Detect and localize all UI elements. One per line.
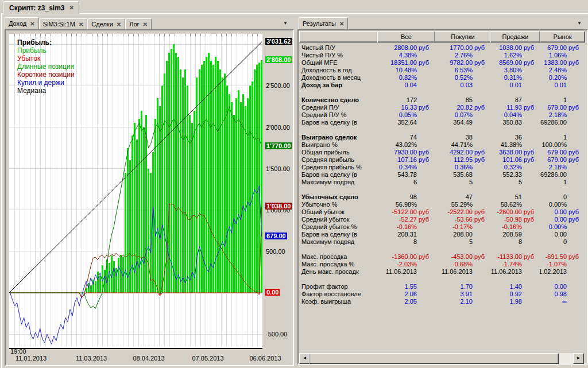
cell-value: 36 — [515, 134, 522, 141]
column-header-label[interactable] — [299, 31, 378, 42]
table-row[interactable]: Доходность в год10.48%6.53%3.80%2.48% — [299, 67, 585, 74]
table-row[interactable]: Макс. просадка-1360.00 руб-453.00 руб-11… — [299, 253, 585, 261]
table-cell: 0.01 — [540, 82, 584, 89]
table-cell: 1 — [540, 179, 584, 186]
cell-value: -2600.00 руб — [497, 208, 522, 216]
table-row[interactable]: Выиграно %43.02%44.71%41.38%100.00% — [299, 141, 585, 149]
table-row[interactable]: Доход за бар0.040.030.010.01 — [299, 82, 585, 89]
table-cell: 69286.00 — [540, 171, 584, 179]
table-row[interactable]: Доходность в месяц0.82%0.52%0.31%0.20% — [299, 74, 585, 82]
table-row[interactable]: Средняя прибыль107.16 руб112.95 руб101.0… — [299, 156, 585, 164]
tab-script-z3-sim3[interactable]: Скрипт: z3_sim3 ✕ — [3, 1, 79, 14]
cell-value: 8569.00 руб — [499, 59, 522, 67]
chart-tabstrip-dropdown-icon[interactable]: ▼ — [281, 20, 289, 28]
table-row[interactable]: Баров на сделку (в208.31208.00208.590.00 — [299, 231, 585, 238]
row-label — [299, 126, 379, 134]
table-cell: 679.00 руб — [540, 44, 584, 52]
table-cell: 0.31% — [490, 74, 539, 82]
profit-chart-plot[interactable]: Прибыль:ПрибыльУбытокДлинные позицииКоро… — [9, 34, 262, 349]
scrollbar-thumb[interactable] — [310, 353, 559, 364]
table-row[interactable]: Общий MFE18351.00 руб9782.00 руб8569.00 … — [299, 59, 585, 67]
row-label: Чистый П/У — [299, 44, 379, 52]
table-row[interactable]: Баров на сделку (в352.64354.49350.836928… — [299, 119, 585, 126]
column-header-Покупки[interactable]: Покупки — [435, 31, 491, 42]
table-row[interactable] — [299, 126, 585, 134]
table-row[interactable] — [299, 89, 585, 96]
row-label: Коэф. выигрыша — [299, 298, 379, 305]
table-row[interactable]: Убыточных сдело9847510 — [299, 193, 585, 201]
table-row[interactable]: Выиграно сделок7438361 — [299, 134, 585, 141]
table-row[interactable]: Средний убыток %-0.16%-0.17%-0.16%0.00% — [299, 223, 585, 231]
close-icon[interactable]: ✕ — [117, 21, 121, 28]
table-row[interactable]: Профит фактор1.551.701.400.00 — [299, 283, 585, 290]
table-row[interactable]: Чистый П/У %4.38%2.76%1.62%1.06% — [299, 52, 585, 59]
table-row[interactable]: Максимум подряд6551 — [299, 179, 585, 186]
table-row[interactable]: Общая прибыль7930.00 руб4292.00 руб3638.… — [299, 149, 585, 156]
chart-tab-1[interactable]: SiM3:Si:1M✕ — [39, 18, 88, 29]
table-row[interactable]: Количество сдело17285871 — [299, 96, 585, 104]
table-row[interactable]: Баров на сделку (в543.78535.68552.336928… — [299, 171, 585, 179]
table-cell: 3.80% — [490, 67, 539, 74]
cell-value: 552.33 — [502, 171, 522, 179]
table-row[interactable]: Средний П/У16.33 руб20.82 руб11.93 руб67… — [299, 104, 585, 111]
cell-value: 1.70 — [461, 283, 473, 290]
table-row[interactable]: Средний П/У %0.05%0.07%0.04%2.18% — [299, 111, 585, 119]
table-row[interactable]: Убыточно %56.98%55.29%58.62%0.00% — [299, 201, 585, 208]
scroll-left-button[interactable]: ◄ — [299, 353, 310, 364]
cell-value: 0.34% — [399, 164, 417, 171]
table-row[interactable]: День макс. просадк11.06.201311.06.201311… — [299, 268, 585, 276]
column-header-Рынок[interactable]: Рынок — [540, 31, 585, 42]
results-header: ВсеПокупкиПродажиРынок — [299, 31, 585, 42]
close-icon[interactable]: ✕ — [339, 21, 344, 27]
results-panel: ВсеПокупкиПродажиРынок Чистый П/У2808.00… — [297, 29, 588, 365]
cell-value: 5 — [519, 179, 522, 186]
close-icon[interactable]: ✕ — [79, 21, 83, 28]
cell-unit: руб — [473, 44, 485, 52]
cell-value: 98 — [410, 193, 417, 201]
table-row[interactable] — [299, 276, 585, 283]
table-cell: 350.83 — [490, 119, 539, 126]
results-tab-0[interactable]: Результаты✕ — [299, 17, 348, 29]
cell-value: 0.04% — [504, 111, 522, 119]
chart-tab-3[interactable]: Лог✕ — [125, 18, 152, 29]
table-row[interactable]: Средний убыток-52.27 руб-53.66 руб-50.98… — [299, 216, 585, 223]
table-cell: 0.03 — [435, 82, 490, 89]
row-label: Средняя прибыль — [299, 156, 379, 164]
table-cell: 1770.00 руб — [435, 44, 490, 52]
cell-unit: руб — [567, 104, 579, 111]
table-cell: 43.02% — [377, 141, 434, 149]
table-row[interactable]: Средняя прибыль %0.34%0.36%0.32%2.18% — [299, 164, 585, 171]
table-row[interactable]: Максимум подряд8580 — [299, 238, 585, 246]
chart-tab-2[interactable]: Сделки✕ — [87, 18, 125, 29]
chart-tab-0[interactable]: Доход✕ — [5, 17, 39, 29]
table-cell: -1.07% — [540, 261, 584, 268]
table-cell: 36 — [490, 134, 539, 141]
scroll-right-button[interactable]: ► — [573, 353, 584, 364]
table-row[interactable] — [299, 186, 585, 193]
column-header-Все[interactable]: Все — [377, 31, 435, 42]
cell-value: 6.53% — [455, 67, 473, 74]
legend-item-5: Медиана — [17, 87, 75, 95]
table-row[interactable] — [299, 246, 585, 253]
close-icon[interactable]: ✕ — [69, 5, 74, 11]
horizontal-scrollbar[interactable]: ◄ ► — [299, 353, 584, 363]
tab-label: Лог — [129, 21, 139, 28]
cell-value: 1038.00 руб — [499, 44, 522, 52]
table-row[interactable]: Фактор восстановле2.063.910.920.98 — [299, 290, 585, 298]
table-cell: -0.17% — [435, 223, 490, 231]
close-icon[interactable]: ✕ — [143, 21, 148, 28]
row-label: День макс. просадк — [299, 268, 379, 276]
y-axis-label: 500.00 — [266, 248, 285, 255]
table-row[interactable]: Макс. просадка %-2.03%-0.68%-1.74%-1.07% — [299, 261, 585, 268]
column-header-Продажи[interactable]: Продажи — [490, 31, 540, 42]
results-tabstrip-dropdown-icon[interactable]: ▼ — [575, 20, 583, 28]
table-row[interactable]: Чистый П/У2808.00 руб1770.00 руб1038.00 … — [299, 44, 585, 52]
cell-value: 85 — [466, 96, 473, 104]
table-cell: -0.16% — [377, 223, 434, 231]
table-row[interactable]: Общий убыток-5122.00 руб-2522.00 руб-260… — [299, 208, 585, 216]
close-icon[interactable]: ✕ — [30, 21, 34, 27]
x-axis-date: 07.05.2013 — [192, 355, 223, 362]
table-cell: 51 — [490, 193, 539, 201]
table-row[interactable]: Коэф. выигрыша2.052.101.98∞ — [299, 298, 585, 305]
table-cell: -5122.00 руб — [377, 208, 434, 216]
